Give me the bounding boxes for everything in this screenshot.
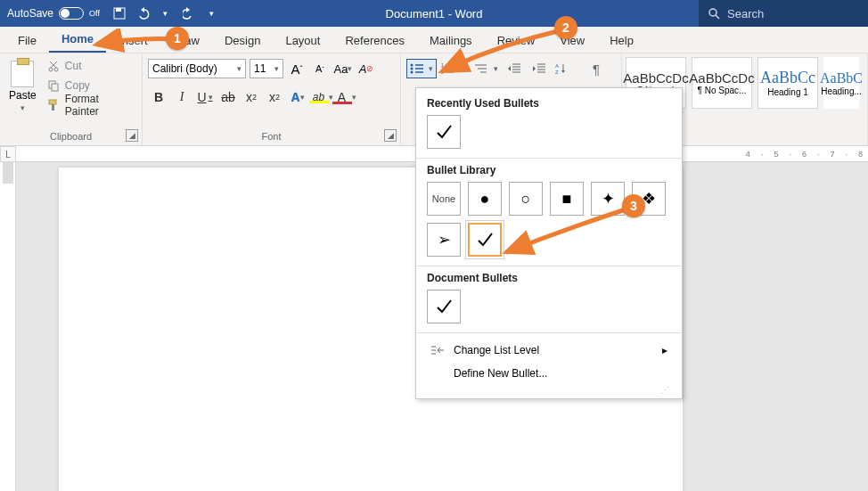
change-level-icon xyxy=(430,344,445,356)
change-list-level-item[interactable]: Change List Level ▸ xyxy=(427,339,671,362)
ruler-tick: 4 xyxy=(746,150,750,159)
redo-icon[interactable] xyxy=(182,6,196,20)
increase-indent-button[interactable] xyxy=(528,59,551,78)
svg-line-3 xyxy=(716,15,719,19)
change-case-button[interactable]: Aa▾ xyxy=(333,59,353,78)
subscript-button[interactable]: x2 xyxy=(241,87,262,107)
bullet-option-disc[interactable]: ● xyxy=(468,182,502,216)
tab-review[interactable]: Review xyxy=(485,29,548,53)
style-heading2[interactable]: AaBbC Heading... xyxy=(823,57,859,109)
show-marks-button[interactable]: ¶ xyxy=(585,59,608,78)
save-icon[interactable] xyxy=(112,6,127,20)
style-name: ¶ No Spac... xyxy=(698,86,747,95)
clipboard-launcher-icon[interactable]: ◢ xyxy=(126,129,138,142)
recent-bullets-title: Recently Used Bullets xyxy=(427,97,671,110)
callout-marker-1: 1 xyxy=(166,27,189,50)
svg-text:A: A xyxy=(555,63,559,69)
bullet-option-check[interactable] xyxy=(427,115,461,149)
undo-icon[interactable] xyxy=(135,6,150,20)
paste-icon xyxy=(11,61,34,87)
callout-marker-2: 2 xyxy=(554,16,577,39)
checkmark-icon xyxy=(434,122,454,142)
undo-dropdown-icon[interactable]: ▾ xyxy=(159,6,173,20)
tab-references[interactable]: References xyxy=(332,29,416,53)
ruler-tick: · xyxy=(789,150,791,159)
svg-rect-10 xyxy=(49,100,56,104)
clear-formatting-button[interactable]: A⊘ xyxy=(356,59,376,78)
change-level-label: Change List Level xyxy=(454,344,539,356)
autosave-toggle[interactable]: AutoSave Off xyxy=(0,7,107,20)
paste-button[interactable]: Paste ▾ xyxy=(5,57,40,116)
font-color-button[interactable]: A▾ xyxy=(333,87,355,107)
style-name: Heading 1 xyxy=(767,87,808,97)
italic-button[interactable]: I xyxy=(171,87,192,107)
format-painter-button[interactable]: Format Painter xyxy=(44,96,136,114)
style-preview: AaBbCc xyxy=(760,69,815,87)
tab-help[interactable]: Help xyxy=(597,29,646,53)
bold-button[interactable]: B xyxy=(148,87,169,107)
chevron-down-icon: ▾ xyxy=(429,64,433,73)
quick-access-toolbar: ▾ ▾ xyxy=(107,6,219,20)
ruler-tick: 6 xyxy=(802,150,807,159)
grow-font-button[interactable]: Aˆ xyxy=(287,59,307,78)
bullet-option-square[interactable]: ■ xyxy=(550,182,584,216)
shrink-font-button[interactable]: Aˇ xyxy=(310,59,330,78)
style-no-spacing[interactable]: AaBbCcDc ¶ No Spac... xyxy=(692,57,752,109)
ruler-tick: · xyxy=(761,150,764,159)
font-name-combo[interactable]: Calibri (Body) ▾ xyxy=(148,59,246,78)
vertical-ruler[interactable] xyxy=(0,162,16,491)
font-size-combo[interactable]: 11 ▾ xyxy=(250,59,283,78)
tab-file[interactable]: File xyxy=(5,29,49,53)
highlight-button[interactable]: ab▾ xyxy=(310,87,332,107)
font-launcher-icon[interactable]: ◢ xyxy=(384,129,397,142)
copy-button[interactable]: Copy xyxy=(44,77,136,94)
cut-button[interactable]: Cut xyxy=(44,57,136,75)
bullet-option-arrow[interactable]: ➢ xyxy=(427,223,461,257)
tab-layout[interactable]: Layout xyxy=(273,29,332,53)
ruler-tick: · xyxy=(845,150,848,159)
qat-customize-icon[interactable]: ▾ xyxy=(205,6,219,20)
svg-point-12 xyxy=(411,64,414,67)
toggle-off-icon xyxy=(59,7,84,20)
superscript-button[interactable]: x2 xyxy=(264,87,285,107)
sort-button[interactable]: AZ xyxy=(553,59,583,78)
cut-label: Cut xyxy=(65,60,82,72)
numbering-button[interactable]: 123 ▾ xyxy=(438,59,469,78)
numbering-icon: 123 xyxy=(441,62,455,75)
four-point-star-icon: ✦ xyxy=(602,189,615,209)
decrease-indent-button[interactable] xyxy=(503,59,526,78)
resize-grip-icon[interactable]: ⋰ xyxy=(427,385,671,395)
bullet-option-4star[interactable]: ✦ xyxy=(591,182,625,216)
tab-design[interactable]: Design xyxy=(212,29,273,53)
bullets-dropdown: Recently Used Bullets Bullet Library Non… xyxy=(415,87,683,399)
tab-home[interactable]: Home xyxy=(49,27,106,53)
bullets-button[interactable]: ▾ xyxy=(406,59,437,78)
autosave-state: Off xyxy=(89,9,100,18)
bullet-option-circle[interactable]: ○ xyxy=(509,182,543,216)
underline-button[interactable]: U▾ xyxy=(194,87,216,107)
svg-point-5 xyxy=(54,68,58,71)
paste-label: Paste xyxy=(9,89,37,102)
text-effects-button[interactable]: A▾ xyxy=(287,87,308,107)
bullet-option-check[interactable] xyxy=(427,290,461,323)
define-new-bullet-item[interactable]: Define New Bullet... xyxy=(427,362,671,385)
bullet-option-none[interactable]: None xyxy=(427,182,461,216)
font-group-label: Font xyxy=(148,131,395,143)
clipboard-group-label: Clipboard xyxy=(5,131,136,143)
strikethrough-button[interactable]: ab xyxy=(217,87,239,107)
bullet-option-check-selected[interactable] xyxy=(468,223,502,257)
copy-label: Copy xyxy=(65,79,90,92)
chevron-down-icon: ▾ xyxy=(274,64,279,73)
tab-mailings[interactable]: Mailings xyxy=(417,29,485,53)
tab-insert[interactable]: Insert xyxy=(106,29,160,53)
multilevel-icon xyxy=(473,62,487,75)
style-heading1[interactable]: AaBbCc Heading 1 xyxy=(757,57,818,109)
multilevel-button[interactable]: ▾ xyxy=(471,59,501,78)
style-name: Heading... xyxy=(821,86,862,96)
define-new-label: Define New Bullet... xyxy=(454,367,547,380)
copy-icon xyxy=(47,79,60,92)
svg-rect-11 xyxy=(52,104,54,110)
ribbon-tabs: File Home Insert Draw Design Layout Refe… xyxy=(0,27,868,53)
format-painter-label: Format Painter xyxy=(65,93,133,118)
search-box[interactable]: Search xyxy=(699,0,868,27)
